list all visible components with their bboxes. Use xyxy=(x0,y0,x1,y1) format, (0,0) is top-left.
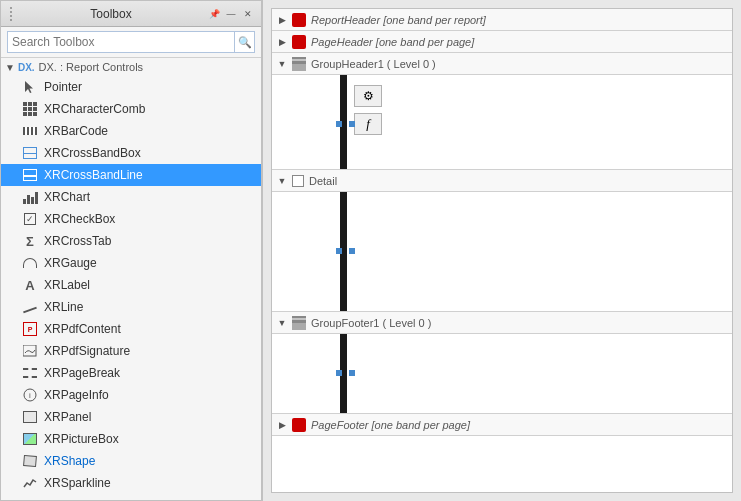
toolbox-title-bar: Toolbox 📌 — ✕ xyxy=(1,1,261,27)
item-label-xrbarcode: XRBarCode xyxy=(44,124,108,138)
item-label-pointer: Pointer xyxy=(44,80,82,94)
group-footer-collapse-btn[interactable]: ▼ xyxy=(272,318,292,328)
item-label-xrchart: XRChart xyxy=(44,190,90,204)
page-footer-collapse-btn[interactable]: ▶ xyxy=(272,420,292,430)
collapse-arrow-icon3: ▼ xyxy=(278,59,287,69)
toolbox-item-xrpanel[interactable]: XRPanel xyxy=(1,406,261,428)
checkbox-icon: ✓ xyxy=(21,211,39,227)
item-label-xrcharcomb: XRCharacterComb xyxy=(44,102,145,116)
collapse-arrow-icon: ▶ xyxy=(279,15,286,25)
toolbox-item-pointer[interactable]: Pointer xyxy=(1,76,261,98)
close-icon[interactable]: ✕ xyxy=(241,7,255,21)
group-footer-body xyxy=(272,334,732,414)
band-label-detail: Detail xyxy=(309,175,337,187)
blue-dot-1 xyxy=(336,121,342,127)
search-button[interactable]: 🔍 xyxy=(235,31,255,53)
svg-rect-6 xyxy=(292,64,306,71)
designer-area: ▶ ReportHeader [one band per report] ▶ P… xyxy=(262,0,741,501)
band-group-header: ▼ GroupHeader1 ( Level 0 ) ⚙ f xyxy=(272,53,732,170)
category-icon: DX. xyxy=(18,62,35,73)
toolbox-item-xrcrossbandbox[interactable]: XRCrossBandBox xyxy=(1,142,261,164)
item-label-xrpicturebox: XRPictureBox xyxy=(44,432,119,446)
detail-collapse-btn[interactable]: ▼ xyxy=(272,176,292,186)
toolbox-item-xrbarcode[interactable]: XRBarCode xyxy=(1,120,261,142)
item-label-xrcrossbandline: XRCrossBandLine xyxy=(44,168,143,182)
picturebox-icon xyxy=(21,431,39,447)
toolbox-item-xrshape[interactable]: XRShape xyxy=(1,450,261,472)
pin-icon[interactable]: 📌 xyxy=(207,7,221,21)
toolbox-item-xrcrossbandline[interactable]: XRCrossBandLine xyxy=(1,164,261,186)
toolbox-item-xrline[interactable]: XRLine xyxy=(1,296,261,318)
search-input[interactable] xyxy=(7,31,235,53)
band-label-page-footer: PageFooter [one band per page] xyxy=(311,419,470,431)
collapse-arrow-icon4: ▼ xyxy=(278,176,287,186)
band-report-header: ▶ ReportHeader [one band per report] xyxy=(272,9,732,31)
line-icon xyxy=(21,299,39,315)
item-label-xrpageinfo: XRPageInfo xyxy=(44,388,109,402)
band-page-footer: ▶ PageFooter [one band per page] xyxy=(272,414,732,436)
report-header-collapse-btn[interactable]: ▶ xyxy=(272,15,292,25)
toolbox-item-xrpageinfo[interactable]: i XRPageInfo xyxy=(1,384,261,406)
group-footer-band-icon xyxy=(292,316,306,330)
group-band-icon xyxy=(292,57,306,71)
toolbox-item-xrpicturebox[interactable]: XRPictureBox xyxy=(1,428,261,450)
band-detail: ▼ Detail xyxy=(272,170,732,312)
item-label-xrshape: XRShape xyxy=(44,454,95,468)
gear-icon: ⚙ xyxy=(363,89,374,103)
toolbox-title-icons: 📌 — ✕ xyxy=(207,7,255,21)
toolbox-item-xrlabel[interactable]: A XRLabel xyxy=(1,274,261,296)
toolbox-item-xrcrosstab[interactable]: Σ XRCrossTab xyxy=(1,230,261,252)
toolbox-item-xrcharcomb[interactable]: XRCharacterComb xyxy=(1,98,261,120)
toolbox-item-xrchart[interactable]: XRChart xyxy=(1,186,261,208)
item-label-xrgauge: XRGauge xyxy=(44,256,97,270)
pointer-icon xyxy=(21,79,39,95)
toolbox-item-xrpdfsignature[interactable]: XRPdfSignature xyxy=(1,340,261,362)
pageinfo-icon: i xyxy=(21,387,39,403)
blue-dot-6 xyxy=(349,370,355,376)
item-label-xrpdfsignature: XRPdfSignature xyxy=(44,344,130,358)
crossbandbox-icon xyxy=(21,145,39,161)
category-header[interactable]: ▼ DX. DX. : Report Controls xyxy=(1,58,261,76)
item-label-xrline: XRLine xyxy=(44,300,83,314)
sparkline-icon xyxy=(21,475,39,491)
toolbox-item-xrgauge[interactable]: XRGauge xyxy=(1,252,261,274)
band-label-group-footer: GroupFooter1 ( Level 0 ) xyxy=(311,317,431,329)
gear-button[interactable]: ⚙ xyxy=(354,85,382,107)
chart-icon xyxy=(21,189,39,205)
panel-icon xyxy=(21,409,39,425)
page-header-collapse-btn[interactable]: ▶ xyxy=(272,37,292,47)
band-group-footer: ▼ GroupFooter1 ( Level 0 ) xyxy=(272,312,732,414)
detail-body xyxy=(272,192,732,312)
collapse-arrow-icon5: ▼ xyxy=(278,318,287,328)
pdfsignature-icon xyxy=(21,343,39,359)
blue-dot-2 xyxy=(349,121,355,127)
designer-canvas: ▶ ReportHeader [one band per report] ▶ P… xyxy=(271,8,733,493)
band-label-page-header: PageHeader [one band per page] xyxy=(311,36,474,48)
toolbox-item-xrsparkline[interactable]: XRSparkline xyxy=(1,472,261,494)
band-page-header: ▶ PageHeader [one band per page] xyxy=(272,31,732,53)
report-band-icon xyxy=(292,13,306,27)
shape-icon xyxy=(21,453,39,469)
toolbox-item-xrpagebreak[interactable]: XRPageBreak xyxy=(1,362,261,384)
svg-marker-0 xyxy=(25,81,33,93)
func-button[interactable]: f xyxy=(354,113,382,135)
collapse-arrow-icon6: ▶ xyxy=(279,420,286,430)
group-header-body: ⚙ f xyxy=(272,75,732,170)
toolbox-item-xrpdfcontent[interactable]: P XRPdfContent xyxy=(1,318,261,340)
item-label-xrcrosstab: XRCrossTab xyxy=(44,234,111,248)
pdfcontent-icon: P xyxy=(21,321,39,337)
toolbox-item-xrcheckbox[interactable]: ✓ XRCheckBox xyxy=(1,208,261,230)
group-header-collapse-btn[interactable]: ▼ xyxy=(272,59,292,69)
collapse-arrow-icon2: ▶ xyxy=(279,37,286,47)
pagebreak-icon xyxy=(21,365,39,381)
band-label-group-header: GroupHeader1 ( Level 0 ) xyxy=(311,58,436,70)
blue-dot-4 xyxy=(349,248,355,254)
item-label-xrpdfcontent: XRPdfContent xyxy=(44,322,121,336)
blue-dot-5 xyxy=(336,370,342,376)
charcomb-icon xyxy=(21,101,39,117)
minimize-icon[interactable]: — xyxy=(224,7,238,21)
band-label-report-header: ReportHeader [one band per report] xyxy=(311,14,486,26)
drag-handle[interactable] xyxy=(7,7,15,21)
detail-band-icon xyxy=(292,175,304,187)
svg-rect-4 xyxy=(24,455,37,466)
